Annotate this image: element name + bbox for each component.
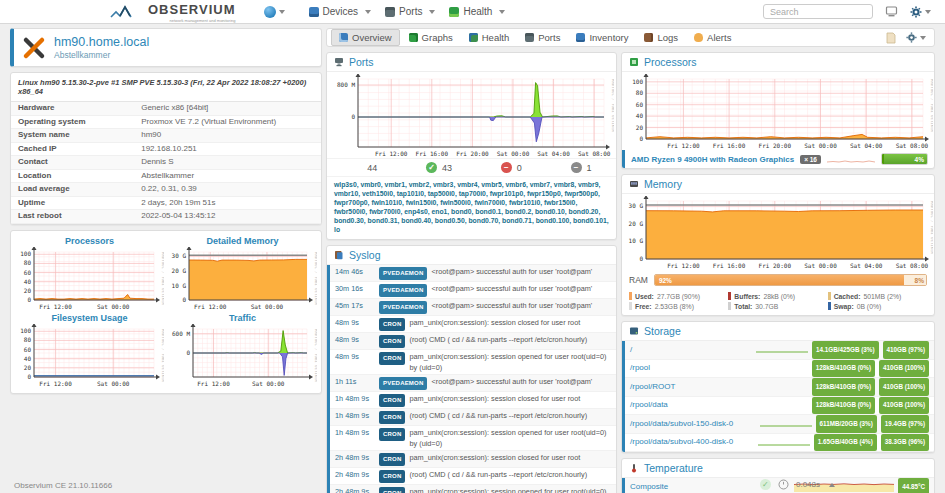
display-icon[interactable] <box>885 6 898 17</box>
storage-mount-link[interactable]: /rpool/data <box>630 398 756 413</box>
syslog-time: 2h 48m 9s <box>335 469 379 480</box>
logo-text: OBSERVIUM <box>148 2 236 17</box>
legend-value: 2.53GB (8%) <box>655 303 694 310</box>
port-count-value: 43 <box>442 163 452 173</box>
system-info-row: Contact Dennis S <box>11 156 321 170</box>
ports-total[interactable]: 44 <box>351 162 377 173</box>
status-orb-dropdown[interactable] <box>264 6 285 18</box>
menu-ports[interactable]: Ports <box>385 6 435 17</box>
memory-graph[interactable]: 010 G20 G30 GFri 12:00Fri 16:00Fri 20:00… <box>624 196 933 270</box>
svg-text:Sat 08:00: Sat 08:00 <box>895 142 928 149</box>
svg-text:20 G: 20 G <box>171 266 186 273</box>
svg-text:60: 60 <box>23 268 31 275</box>
mini-memory-graph[interactable]: 010 G20 G30 GFri 12:00Sat 00:00RRDTOOL /… <box>169 247 317 311</box>
panel-title[interactable]: Storage <box>644 325 681 337</box>
settings-dropdown[interactable] <box>910 6 931 18</box>
legend-swatch <box>828 302 831 310</box>
processors-graph[interactable]: 020406080100Fri 12:00Fri 16:00Fri 20:00S… <box>624 74 933 150</box>
tab-health[interactable]: Health <box>462 29 516 46</box>
storage-mount-link[interactable]: / <box>630 343 756 358</box>
info-value: 192.168.10.251 <box>141 143 321 156</box>
tab-inventory[interactable]: Inventory <box>569 29 635 46</box>
observium-logo[interactable]: OBSERVIUM network management and monitor… <box>110 0 236 23</box>
chevron-up-icon <box>829 483 835 487</box>
cpu-name-link[interactable]: AMD Ryzen 9 4900H with Radeon Graphics <box>631 155 794 164</box>
svg-text:RRDTOOL / TOBI OETIKER: RRDTOOL / TOBI OETIKER <box>314 252 317 306</box>
port-name-links[interactable]: wlp3s0, vmbr0, vmbr1, vmbr2, vmbr3, vmbr… <box>327 176 616 239</box>
syslog-program-badge: PVEDAEMON <box>379 301 427 314</box>
device-hostname[interactable]: hm90.home.local <box>54 35 149 49</box>
mini-traffic-graph[interactable]: 600 M0Fri 12:00Sat 00:00RRDTOOL / TOBI O… <box>169 324 317 388</box>
device-location[interactable]: Abstellkammer <box>54 50 149 60</box>
tab-overview[interactable]: Overview <box>331 29 400 46</box>
storage-mount-link[interactable]: /rpool/data/subvol-400-disk-0 <box>630 435 758 450</box>
ports-traffic-graph[interactable]: 800 M0Fri 12:00Fri 16:00Fri 20:00Sat 00:… <box>328 74 614 158</box>
device-header-card[interactable]: hm90.home.local Abstellkammer <box>10 28 322 67</box>
storage-mount-link[interactable]: /rpool/ROOT <box>630 380 756 395</box>
mini-graph-title-traffic[interactable]: Traffic <box>167 313 318 323</box>
syslog-row: 2h 48m 9s CRON (root) CMD ( cd / && run-… <box>330 468 616 485</box>
svg-text:Fri 12:00: Fri 12:00 <box>193 302 226 309</box>
legend-value: 28kB (0%) <box>763 293 795 300</box>
cpu-usage-sparkline[interactable] <box>827 154 875 164</box>
port-status-icon: − <box>571 162 582 173</box>
panel-title[interactable]: Processors <box>644 56 697 68</box>
storage-mount-link[interactable]: /rpool/data/subvol-150-disk-0 <box>630 417 760 432</box>
tab-graphs[interactable]: Graphs <box>402 29 460 46</box>
mini-filesystem-graph[interactable]: 020406080100Fri 12:00Sat 00:00RRDTOOL / … <box>16 324 164 388</box>
panel-title[interactable]: Temperature <box>644 462 703 474</box>
info-value: 0.22, 0.31, 0.39 <box>141 183 321 196</box>
syslog-message: pam_unix(cron:session): session closed f… <box>409 317 612 328</box>
storage-usage-sparkline[interactable] <box>760 419 812 428</box>
ram-label[interactable]: RAM <box>629 275 648 285</box>
svg-text:Fri 20:00: Fri 20:00 <box>758 262 791 269</box>
ports-down[interactable]: − 0 <box>501 162 522 173</box>
mini-processors-graph[interactable]: 020406080100Fri 12:00Sat 00:00RRDTOOL / … <box>16 247 164 311</box>
menu-devices[interactable]: Devices <box>309 6 372 17</box>
storage-rows: / 14.1GB/425GB (3%) 410GB (97%) /rpool <box>622 341 934 452</box>
mini-graph-title-memory[interactable]: Detailed Memory <box>167 236 318 246</box>
menu-health[interactable]: Health <box>449 6 505 17</box>
svg-text:0: 0 <box>27 373 31 380</box>
tab-alerts[interactable]: Alerts <box>687 29 738 46</box>
svg-text:0: 0 <box>27 296 31 303</box>
syslog-message: (root) CMD ( cd / && run-parts --report … <box>409 469 612 480</box>
svg-text:0: 0 <box>182 296 186 303</box>
info-label: System name <box>11 129 141 142</box>
mini-graph-title-filesystem[interactable]: Filesystem Usage <box>14 313 165 323</box>
syslog-time: 48m 9s <box>335 334 379 345</box>
svg-text:0: 0 <box>352 113 356 120</box>
ports-up[interactable]: ✓ 43 <box>426 162 452 173</box>
syslog-message: <root@pam> successful auth for user 'roo… <box>431 266 612 277</box>
svg-text:Sat 00:00: Sat 00:00 <box>497 150 530 157</box>
svg-text:RRDTOOL / TOBI OETIKER: RRDTOOL / TOBI OETIKER <box>161 252 164 306</box>
page-generation-time[interactable]: 0.048s <box>796 480 820 489</box>
syslog-time: 2h 48m 9s <box>335 486 379 493</box>
svg-text:60: 60 <box>635 101 643 108</box>
svg-text:Fri 12:00: Fri 12:00 <box>39 302 72 309</box>
ports-shutdown[interactable]: − 1 <box>571 162 592 173</box>
search-input[interactable] <box>763 4 873 19</box>
navbar-menus: Devices Ports Health <box>295 6 506 17</box>
storage-free-badge: 410GB (100%) <box>879 397 929 415</box>
svg-text:Sat 00:00: Sat 00:00 <box>251 379 284 386</box>
mini-graph-title-processors[interactable]: Processors <box>14 236 165 246</box>
notes-icon[interactable] <box>886 32 896 44</box>
panel-title[interactable]: Ports <box>349 56 374 68</box>
page-settings-dropdown[interactable] <box>906 32 926 43</box>
panel-title[interactable]: Memory <box>644 178 682 190</box>
gear-icon <box>906 32 917 43</box>
chevron-down-icon <box>920 36 926 40</box>
tab-ports[interactable]: Ports <box>518 29 567 46</box>
tab-logs[interactable]: Logs <box>637 29 685 46</box>
storage-usage-sparkline[interactable] <box>758 438 810 447</box>
storage-usage-badge: 128kB/410GB (0%) <box>812 378 875 396</box>
cpu-usage-row: AMD Ryzen 9 4900H with Radeon Graphics ×… <box>622 150 934 168</box>
memory-legend: Used: 27.7GB (90%) Buffers: 28kB (0%) <box>622 290 934 315</box>
syslog-time: 1h 48m 9s <box>335 427 379 438</box>
svg-text:Fri 12:00: Fri 12:00 <box>197 379 230 386</box>
storage-usage-sparkline[interactable] <box>756 345 808 354</box>
chevron-down-icon <box>499 10 505 14</box>
storage-mount-link[interactable]: /rpool <box>630 361 756 376</box>
panel-title[interactable]: Syslog <box>349 249 381 261</box>
